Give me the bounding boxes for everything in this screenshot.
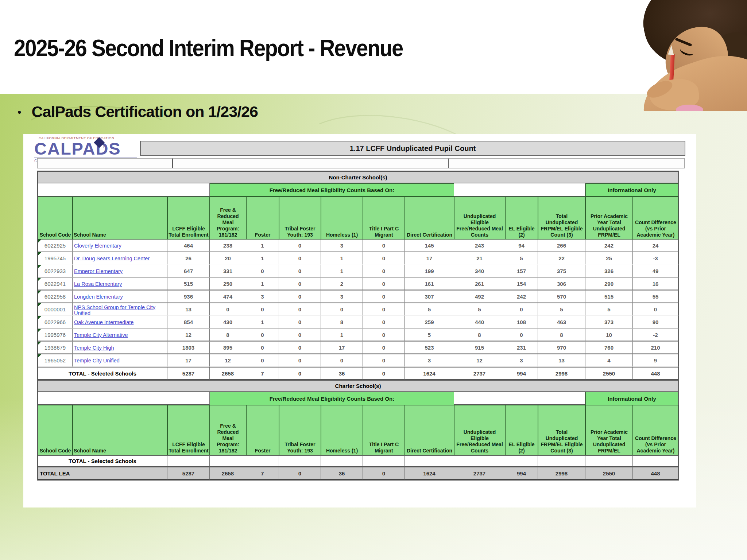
- col-header-el-eligible: EL Eligible (2): [505, 405, 538, 455]
- school-name-cell: Temple City Alternative: [73, 329, 167, 342]
- school-code-cell: 6022941: [38, 278, 73, 291]
- total-lea-row: TOTAL LEA 5287 2658 7 0 36 0 1624 2737 9…: [38, 467, 678, 480]
- cell-foster: 0: [246, 265, 279, 278]
- col-header-prior-year: Prior Academic Year Total Unduplicated F…: [585, 405, 633, 455]
- cell-direct-cert: 199: [405, 265, 454, 278]
- group-header-informational: Informational Only: [585, 183, 678, 197]
- table-row: 1938679 Temple City High 1803 895 0 0 17…: [38, 342, 678, 354]
- school-link[interactable]: Dr. Doug Sears Learning Center: [73, 255, 167, 261]
- col-header-count-diff: Count Difference (vs Prior Academic Year…: [633, 197, 678, 240]
- spreadsheet-empty-row: [37, 158, 685, 168]
- total-selected-schools-row: TOTAL - Selected Schools 5287 2658 7 0 3…: [38, 367, 678, 380]
- col-header-foster: Foster: [246, 197, 279, 240]
- cell-divider: [172, 159, 173, 168]
- col-header-migrant: Title I Part C Migrant: [363, 197, 405, 240]
- col-header-count-diff: Count Difference (vs Prior Academic Year…: [633, 405, 678, 455]
- table-row: 6022925 Cloverly Elementary 464 238 1 0 …: [38, 240, 678, 252]
- school-link[interactable]: Temple City High: [73, 344, 167, 351]
- cell-direct-cert: 5: [405, 303, 454, 316]
- school-link[interactable]: La Rosa Elementary: [73, 280, 167, 287]
- group-header-informational: Informational Only: [585, 392, 678, 405]
- school-link[interactable]: Longden Elementary: [73, 293, 167, 300]
- report-title: 1.17 LCFF Unduplicated Pupil Count: [350, 144, 476, 153]
- group-header-frpm: Free/Reduced Meal Eligibility Counts Bas…: [210, 392, 454, 405]
- graduation-cap-tassel: [104, 142, 104, 148]
- col-header-foster: Foster: [246, 405, 279, 455]
- cell-prior-year: 25: [585, 252, 633, 265]
- cell-count-diff: 16: [633, 278, 678, 291]
- school-code-cell: 6022933: [38, 265, 73, 278]
- school-link[interactable]: NPS School Group for Temple City Unified: [73, 304, 167, 315]
- cell-migrant: 0: [363, 291, 405, 303]
- cell-enrollment: 17: [167, 354, 210, 367]
- cell-total-undup: 306: [538, 278, 585, 291]
- school-code: 6022941: [44, 281, 66, 287]
- cell-tribal-foster: 0: [279, 240, 321, 252]
- cell-migrant: 0: [363, 303, 405, 316]
- cell-undup-frpm: 261: [454, 278, 505, 291]
- school-code-cell: 1938679: [38, 342, 73, 354]
- group-header-empty: [38, 183, 210, 197]
- cell-homeless: 1: [321, 265, 363, 278]
- cell-undup-frpm: 492: [454, 291, 505, 303]
- school-name-cell: Cloverly Elementary: [73, 240, 167, 252]
- cell-enrollment: 13: [167, 303, 210, 316]
- cell-foster: 0: [246, 342, 279, 354]
- slide: 2025-26 Second Interim Report - Revenue …: [0, 0, 747, 560]
- cell-tribal-foster: 0: [279, 316, 321, 329]
- cell-el-eligible: 5: [505, 252, 538, 265]
- cell-total-undup: 463: [538, 316, 585, 329]
- school-link[interactable]: Temple City Unified: [73, 357, 167, 363]
- cell-prior-year: 326: [585, 265, 633, 278]
- col-header-frpm-program: Free & Reduced Meal Program: 181/182: [210, 197, 246, 240]
- group-header-empty: [38, 392, 210, 405]
- cell-foster: 0: [246, 354, 279, 367]
- pupil-count-table: Non-Charter School(s) Free/Reduced Meal …: [37, 171, 679, 481]
- cell-total-undup: 22: [538, 252, 585, 265]
- report-titlebar: 1.17 LCFF Unduplicated Pupil Count: [140, 141, 685, 156]
- cell-el-eligible: 0: [505, 303, 538, 316]
- cell-direct-cert: 145: [405, 240, 454, 252]
- bullet-text: CalPads Certification on 1/23/26: [32, 103, 258, 121]
- school-code-cell: 0000001: [38, 303, 73, 316]
- calpads-wordmark: CALPADS: [34, 140, 144, 158]
- col-header-undup-frpm: Unduplicated Eligible Free/Reduced Meal …: [454, 197, 505, 240]
- group-header-empty: [454, 183, 585, 197]
- cell-prior-year: 5: [585, 303, 633, 316]
- col-header-school-code: School Code: [38, 405, 73, 455]
- section-bar-non-charter: Non-Charter School(s): [38, 171, 678, 183]
- school-link[interactable]: Oak Avenue Intermediate: [73, 319, 167, 325]
- col-header-direct-cert: Direct Certification: [405, 405, 454, 455]
- cell-count-diff: 24: [633, 240, 678, 252]
- col-header-migrant: Title I Part C Migrant: [363, 405, 405, 455]
- cell-frpm: 20: [210, 252, 246, 265]
- school-code: 1995745: [44, 255, 66, 261]
- cell-prior-year: 242: [585, 240, 633, 252]
- school-link[interactable]: Cloverly Elementary: [73, 242, 167, 249]
- school-link[interactable]: Emperor Elementary: [73, 268, 167, 274]
- cell-homeless: 17: [321, 342, 363, 354]
- cell-homeless: 1: [321, 252, 363, 265]
- cell-direct-cert: 259: [405, 316, 454, 329]
- col-header-tribal-foster: Tribal Foster Youth: 193: [279, 405, 321, 455]
- cell-homeless: 0: [321, 354, 363, 367]
- cell-count-diff: 9: [633, 354, 678, 367]
- cell-tribal-foster: 0: [279, 354, 321, 367]
- cell-total-undup: 13: [538, 354, 585, 367]
- cell-count-diff: 0: [633, 303, 678, 316]
- school-code-cell: 6022966: [38, 316, 73, 329]
- group-header-frpm: Free/Reduced Meal Eligibility Counts Bas…: [210, 183, 454, 197]
- cell-el-eligible: 154: [505, 278, 538, 291]
- cell-migrant: 0: [363, 278, 405, 291]
- table-row: 1995976 Temple City Alternative 12 8 0 0…: [38, 329, 678, 342]
- cell-foster: 3: [246, 291, 279, 303]
- cell-direct-cert: 523: [405, 342, 454, 354]
- school-name-cell: Emperor Elementary: [73, 265, 167, 278]
- cell-direct-cert: 161: [405, 278, 454, 291]
- group-header-empty: [454, 392, 585, 405]
- cell-frpm: 0: [210, 303, 246, 316]
- table-row: 0000001 NPS School Group for Temple City…: [38, 303, 678, 316]
- pupil-count-table-wrap: Non-Charter School(s) Free/Reduced Meal …: [37, 171, 679, 481]
- school-link[interactable]: Temple City Alternative: [73, 331, 167, 338]
- calpads-screenshot-panel: CALIFORNIA DEPARTMENT OF EDUCATION CALPA…: [23, 134, 696, 508]
